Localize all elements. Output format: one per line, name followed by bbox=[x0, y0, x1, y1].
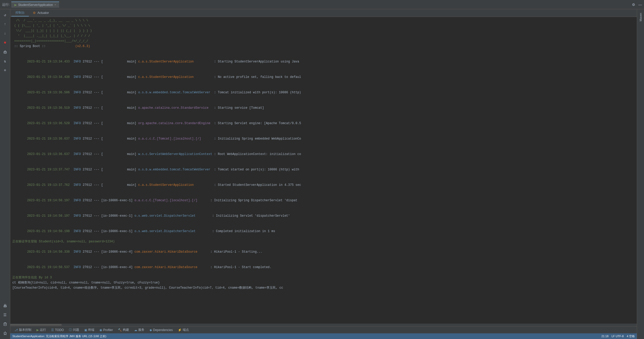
log-line-13: 2023-01-21 19:14:50.338 INFO 27612 --- [… bbox=[12, 244, 635, 260]
filter-button[interactable]: ≡ bbox=[1, 66, 9, 75]
services-button[interactable]: ☁ 服务 bbox=[132, 327, 146, 333]
ascii-line-2: ( ( )\___ | '_ | '_| | '_ \/ _` | \ \ \ … bbox=[12, 23, 635, 28]
console-output[interactable]: /\ / ___'_ __ _ _(_)_ __ __ _ \ \ \ \ ( … bbox=[10, 17, 637, 324]
log-line-12: 2023-01-21 19:14:50.198 INFO 27612 --- [… bbox=[12, 224, 635, 239]
stop-button[interactable]: ■ bbox=[1, 39, 9, 47]
log-line-9: 2023-01-21 19:13:37.762 INFO 27612 --- [… bbox=[12, 177, 635, 193]
ascii-line-3: \\/ ___)| |_)| | | | | || (_| | ) ) ) ) bbox=[12, 28, 635, 33]
profiler-label: Profiler bbox=[103, 328, 113, 332]
todo-icon: ☰ bbox=[51, 328, 54, 332]
right-sidebar: Maven bbox=[637, 9, 644, 339]
log-line-14: 2023-01-21 19:14:50.537 INFO 27612 --- [… bbox=[12, 260, 635, 275]
ascii-line-5: =========|_|===============|___/=/_/_/_/ bbox=[12, 39, 635, 44]
endpoints-icon: ⚡ bbox=[178, 328, 182, 332]
profiler-icon: ◉ bbox=[99, 328, 102, 332]
run-icon: ▶ bbox=[36, 328, 39, 332]
problems-label: 问题 bbox=[73, 328, 79, 332]
build-icon: 🔨 bbox=[118, 328, 122, 332]
scroll-up-button[interactable]: ↑ bbox=[1, 20, 9, 28]
settings-icon[interactable]: ⚙ bbox=[632, 3, 635, 7]
build-button[interactable]: 🔨 构建 bbox=[116, 327, 131, 333]
spring-boot-line: :: Spring Boot :: (v2.6.3) bbox=[12, 44, 635, 49]
svg-rect-3 bbox=[4, 304, 6, 306]
build-label: 构建 bbox=[123, 328, 129, 332]
status-bar: StudentServerApplication: 无法检索应用程序 JMX 服… bbox=[10, 333, 637, 339]
run-label: 运行 bbox=[40, 328, 46, 332]
pin-button[interactable] bbox=[1, 329, 9, 337]
tab-close-icon[interactable]: × bbox=[54, 3, 56, 6]
status-encoding: LF UTF-8 bbox=[612, 335, 624, 338]
terminal-icon: ▣ bbox=[84, 328, 87, 332]
print-button[interactable] bbox=[1, 301, 9, 310]
top-bar-right: ⚙ — bbox=[632, 3, 642, 7]
log-line-11: 2023-01-21 19:14:50.197 INFO 27612 --- [… bbox=[12, 208, 635, 224]
profiler-button[interactable]: ◉ Profiler bbox=[97, 328, 115, 332]
svg-rect-5 bbox=[4, 323, 6, 326]
status-text: StudentServerApplication: 无法检索应用程序 JMX 服… bbox=[12, 334, 106, 338]
log-line-10: 2023-01-21 19:14:50.197 INFO 27612 --- [… bbox=[12, 193, 635, 208]
plain-line-2: [CourseTeacherInfo(cid=8, tid=4, cname=组… bbox=[12, 285, 635, 290]
bottom-toolbar: ⎇ 版本控制 ▶ 运行 ☰ TODO ⓘ 问题 ▣ 终端 ◉ Profiler bbox=[10, 326, 637, 333]
status-time: 21:18 bbox=[601, 335, 609, 338]
tab-label: StudentServerApplication bbox=[18, 3, 53, 7]
tab-actuator[interactable]: ⚙ Actuator bbox=[29, 10, 53, 16]
top-bar: 运行: ▶ StudentServerApplication × ⚙ — bbox=[0, 0, 644, 9]
camera-button[interactable] bbox=[1, 48, 9, 56]
top-bar-left: 运行: ▶ StudentServerApplication × bbox=[2, 2, 59, 8]
dependencies-icon: ◆ bbox=[150, 328, 152, 332]
run-label: 运行: bbox=[2, 2, 10, 7]
plain-line-1: ct 模糊查询{tid=null, cid=null, cname=null, … bbox=[12, 280, 635, 285]
minimize-icon[interactable]: — bbox=[638, 3, 642, 7]
status-indent: 4 空格 bbox=[627, 334, 635, 338]
log-line-7: 2023-01-21 19:13:36.637 INFO 27612 --- [… bbox=[12, 146, 635, 162]
svg-rect-1 bbox=[4, 51, 6, 53]
tab-console[interactable]: 控制台 bbox=[11, 10, 29, 16]
endpoints-label: 端点 bbox=[183, 328, 189, 332]
left-sidebar: ↺ ↑ ↓ ■ ⇅ ≡ ☰ bbox=[0, 9, 10, 339]
services-label: 服务 bbox=[138, 328, 144, 332]
log-line-4: 2023-01-21 19:13:36.519 INFO 27612 --- [… bbox=[12, 100, 635, 116]
run-tabs: 控制台 ⚙ Actuator bbox=[10, 9, 637, 17]
endpoints-button[interactable]: ⚡ 端点 bbox=[176, 327, 191, 333]
log-line-2: 2023-01-21 19:13:34.438 INFO 27612 --- [… bbox=[12, 69, 635, 85]
version-control-label: 版本控制 bbox=[19, 328, 31, 332]
chinese-line-1: 正在验证学生登陆 Student(sid=3, sname=null, pass… bbox=[12, 239, 635, 244]
log-line-5: 2023-01-21 19:13:36.520 INFO 27612 --- [… bbox=[12, 116, 635, 131]
h-scroll-thumb[interactable] bbox=[10, 324, 62, 326]
menu-button[interactable]: ☰ bbox=[1, 311, 9, 319]
problems-button[interactable]: ⓘ 问题 bbox=[67, 327, 81, 333]
restart-button[interactable]: ↺ bbox=[1, 11, 9, 19]
actuator-icon: ⚙ bbox=[33, 11, 36, 15]
maven-label[interactable]: Maven bbox=[639, 13, 642, 21]
log-line-1: 2023-01-21 19:13:34.433 INFO 27612 --- [… bbox=[12, 54, 635, 69]
content-area: 控制台 ⚙ Actuator /\ / ___'_ __ _ _(_)_ __ … bbox=[10, 9, 637, 339]
main-layout: ↺ ↑ ↓ ■ ⇅ ≡ ☰ 控制台 ⚙ Actuator bbox=[0, 9, 644, 339]
sort-button[interactable]: ⇅ bbox=[1, 57, 9, 65]
trash-button[interactable] bbox=[1, 320, 9, 328]
tab-icon: ▶ bbox=[14, 3, 17, 7]
problems-icon: ⓘ bbox=[69, 328, 72, 332]
terminal-button[interactable]: ▣ 终端 bbox=[82, 327, 96, 333]
log-line-8: 2023-01-21 19:13:37.747 INFO 27612 --- [… bbox=[12, 162, 635, 177]
terminal-label: 终端 bbox=[88, 328, 94, 332]
dependencies-label: Dependencies bbox=[153, 328, 173, 332]
ascii-line-1: /\ / ___'_ __ _ _(_)_ __ __ _ \ \ \ \ bbox=[12, 18, 635, 23]
dependencies-button[interactable]: ◆ Dependencies bbox=[148, 328, 175, 332]
services-icon: ☁ bbox=[134, 328, 137, 332]
log-line-6: 2023-01-21 19:13:36.637 INFO 27612 --- [… bbox=[12, 131, 635, 146]
active-tab[interactable]: ▶ StudentServerApplication × bbox=[11, 2, 59, 8]
svg-point-0 bbox=[4, 51, 6, 53]
blank-line bbox=[12, 49, 635, 54]
version-control-button[interactable]: ⎇ 版本控制 bbox=[12, 327, 33, 333]
version-control-icon: ⎇ bbox=[14, 328, 18, 332]
horizontal-scrollbar[interactable] bbox=[10, 324, 637, 326]
run-button[interactable]: ▶ 运行 bbox=[34, 327, 48, 333]
todo-button[interactable]: ☰ TODO bbox=[49, 328, 66, 332]
ascii-line-4: ' |____| .__|_| |_|_| |_\__, | / / / / bbox=[12, 33, 635, 39]
scroll-down-button[interactable]: ↓ bbox=[1, 29, 9, 38]
todo-label: TODO bbox=[55, 328, 64, 332]
chinese-line-2: 正在查询学生信息 By id 3 bbox=[12, 275, 635, 280]
log-line-3: 2023-01-21 19:13:36.506 INFO 27612 --- [… bbox=[12, 85, 635, 100]
